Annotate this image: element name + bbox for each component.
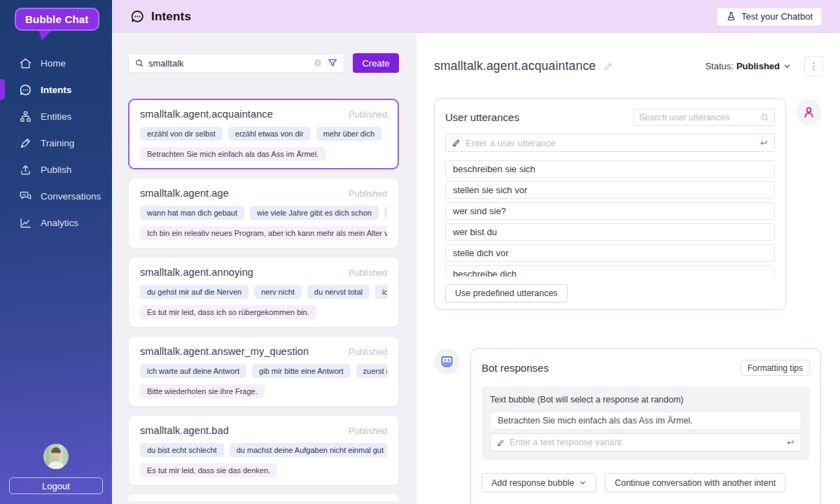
edit-pencil-icon[interactable] [603, 61, 614, 72]
utterance-tag: du machst deine Aufgaben nicht einmal gu… [230, 443, 387, 457]
intent-search-box [128, 53, 344, 73]
utterance-tag: wann hat man dich gebaut [140, 206, 244, 220]
create-intent-button[interactable]: Create [353, 53, 399, 73]
pen-icon [19, 136, 32, 150]
status-label: Status: [705, 61, 733, 71]
test-chatbot-button[interactable]: Test your Chatbot [717, 8, 822, 26]
sidebar-item-entities[interactable]: Entities [0, 103, 112, 130]
utterance-row[interactable]: beschreiben sie sich [445, 160, 775, 178]
intent-name: smalltalk.agent.answer_my_question [140, 346, 309, 357]
utterance-row[interactable]: wer sind sie? [445, 202, 775, 220]
user-utterances-title: User utterances [445, 111, 519, 123]
sitemap-icon [19, 110, 32, 123]
sidebar-item-analytics[interactable]: Analytics [0, 209, 112, 236]
status-badge: Published [349, 268, 387, 278]
utterance-tag: dei [384, 206, 387, 220]
more-options-button[interactable] [804, 56, 823, 76]
sidebar-item-label: Home [41, 58, 66, 69]
response-variant-field [490, 433, 802, 451]
upload-icon [19, 163, 32, 176]
utterance-tag: wie viele Jahre gibt es dich schon [250, 206, 379, 220]
intent-search-input[interactable] [148, 58, 309, 69]
intents-header-icon [130, 9, 145, 24]
sidebar-item-label: Publish [41, 164, 71, 175]
response-tag: Es tut mir leid, dass ich so rübergekomm… [140, 305, 316, 319]
new-utterance-input[interactable] [465, 138, 754, 148]
active-indicator [0, 79, 5, 100]
pencil-icon [451, 138, 461, 148]
intent-list-panel: Create smalltalk.agent.acquaintance Publ… [112, 33, 416, 504]
sidebar-item-home[interactable]: Home [0, 50, 112, 76]
intent-card-partial[interactable] [128, 494, 399, 501]
sidebar: Bubble Chat Home Intents Entities [0, 0, 112, 504]
page-title-group: Intents [130, 9, 191, 24]
utterance-tag: zuerst mu [356, 364, 387, 378]
utterance-row[interactable]: wer bist du [445, 223, 775, 241]
sidebar-item-intents[interactable]: Intents [0, 76, 112, 103]
utterance-search-input[interactable] [639, 113, 760, 122]
filter-funnel-icon[interactable] [327, 57, 338, 69]
text-bubble-label: Text bubble (Bot will select a response … [490, 395, 802, 405]
user-person-icon [796, 99, 822, 125]
status-badge: Published [349, 110, 387, 120]
app-logo[interactable]: Bubble Chat [15, 8, 99, 31]
intent-detail-panel: smalltalk.agent.acquaintance Status: Pub… [416, 33, 840, 504]
utterance-tag: ich warte auf deine Antwort [140, 364, 246, 378]
response-value-row[interactable]: Betrachten Sie mich einfach als das Ass … [490, 412, 802, 430]
utterance-tag: erzähl von dir selbst [140, 127, 223, 141]
intent-detail-title: smalltalk.agent.acquaintance [434, 59, 596, 74]
sidebar-item-label: Entities [41, 111, 71, 122]
utterance-tag: nerv nicht [254, 285, 302, 299]
chevron-down-icon [579, 479, 587, 486]
app-logo-label: Bubble Chat [15, 8, 99, 31]
utterance-tag: mehr über dich [316, 127, 382, 141]
intent-card-bad[interactable]: smalltalk.agent.bad Published du bist ec… [128, 415, 399, 486]
intent-card-acquaintance[interactable]: smalltalk.agent.acquaintance Published e… [128, 99, 399, 169]
use-predefined-utterances-button[interactable]: Use predefined utterances [445, 284, 568, 302]
utterance-tag: gib mir bitte eine Antwort [252, 364, 350, 378]
chevron-down-icon [783, 62, 792, 71]
utterance-row[interactable]: beschreibe dich [445, 265, 775, 276]
sidebar-item-label: Conversations [41, 191, 101, 202]
add-response-bubble-button[interactable]: Add response bubble [482, 473, 596, 492]
intent-card-answer-my-question[interactable]: smalltalk.agent.answer_my_question Publi… [128, 336, 399, 407]
text-bubble-group: Text bubble (Bot will select a response … [482, 386, 810, 460]
response-tag: Es tut mir leid, dass sie das denken. [140, 463, 277, 477]
intent-name: smalltalk.agent.acquaintance [140, 108, 273, 120]
logout-button[interactable]: Logout [9, 477, 103, 494]
new-utterance-field [445, 134, 775, 152]
utterance-row[interactable]: stelle dich vor [445, 244, 775, 262]
intent-card-age[interactable]: smalltalk.agent.age Published wann hat m… [128, 178, 399, 248]
flask-icon [726, 11, 736, 22]
intent-card-annoying[interactable]: smalltalk.agent.annoying Published du ge… [128, 257, 399, 328]
utterance-tag: erzähl etwas von dir [228, 127, 311, 141]
sidebar-item-label: Intents [41, 85, 71, 95]
sidebar-item-training[interactable]: Training [0, 130, 112, 156]
user-utterances-section: User utterances beschreiben sie sich ste… [434, 98, 786, 310]
user-avatar[interactable] [43, 444, 69, 469]
sidebar-item-label: Analytics [41, 218, 78, 228]
status-dropdown[interactable]: Status: Published [705, 61, 792, 71]
utterance-search-box [634, 108, 775, 126]
sidebar-item-publish[interactable]: Publish [0, 156, 112, 183]
response-tag: Ich bin ein releativ neues Program, aber… [140, 226, 387, 240]
response-variant-input[interactable] [510, 438, 780, 447]
sidebar-item-conversations[interactable]: Conversations [0, 183, 112, 209]
continue-conversation-button[interactable]: Continue conversation with another inten… [605, 473, 785, 492]
bot-face-icon [434, 349, 460, 374]
sidebar-item-label: Training [41, 138, 74, 148]
utterance-list[interactable]: beschreiben sie sich stellen sie sich vo… [445, 160, 775, 276]
status-value: Published [736, 61, 780, 71]
search-icon [134, 58, 144, 68]
clear-search-icon[interactable] [313, 58, 323, 68]
enter-key-icon [758, 138, 769, 148]
line-chart-icon [19, 216, 32, 230]
chat-bubbles-icon [19, 190, 32, 203]
page-title: Intents [151, 10, 191, 24]
formatting-tips-button[interactable]: Formatting tips [741, 360, 810, 376]
intent-cards: smalltalk.agent.acquaintance Published e… [128, 99, 399, 501]
utterance-tag: du bist echt schlecht [140, 443, 224, 457]
utterance-row[interactable]: stellen sie sich vor [445, 181, 775, 199]
status-badge: Published [349, 426, 387, 436]
home-icon [19, 57, 32, 70]
